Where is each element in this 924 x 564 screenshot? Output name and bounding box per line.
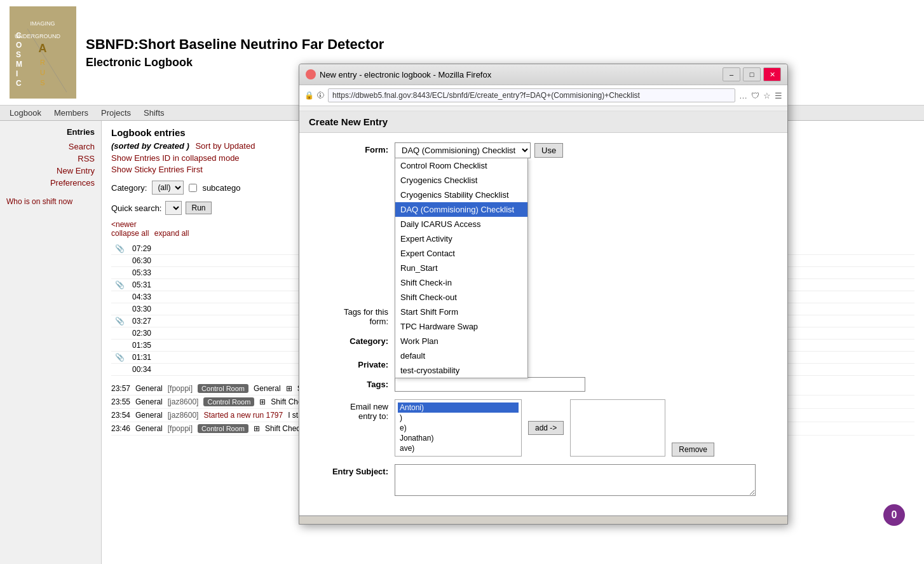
sidebar-section-title: Entries (6, 127, 95, 137)
sort-by-updated-link[interactable]: Sort by Updated (195, 141, 255, 151)
dropdown-item-test-cryo[interactable]: test-cryostability (395, 363, 527, 378)
dropdown-item-daq[interactable]: DAQ (Commisioning) Checklist (395, 202, 527, 217)
browser-title-text: New entry - electronic logbook - Mozilla… (306, 69, 491, 79)
addr-icons: 🔒 🛈 (304, 91, 324, 100)
remove-button[interactable]: Remove (672, 443, 714, 457)
dropdown-item-work-plan[interactable]: Work Plan (395, 334, 527, 348)
sidebar-rss[interactable]: RSS (6, 154, 95, 163)
entry-category-label-1: General (254, 384, 281, 393)
menu-dots[interactable]: … (739, 91, 747, 100)
entry-attach-3: 📎 (111, 279, 128, 291)
entry-subject-control (395, 464, 775, 498)
tags-form-row: Tags for thisform: Run Info ✕ DAQ (312, 305, 775, 326)
add-button[interactable]: add -> (528, 421, 564, 435)
expand-all-link[interactable]: expand all (154, 229, 189, 238)
sidebar-new-entry[interactable]: New Entry (6, 166, 95, 175)
entry-attach-10 (111, 364, 128, 376)
nav-members[interactable]: Members (54, 108, 88, 118)
email-section: Antoni) ) e) Jonathan) ave) add -> Remov… (395, 399, 775, 457)
svg-text:IMAGING: IMAGING (30, 20, 55, 27)
tags-form-label: Tags for thisform: (312, 305, 388, 326)
sort-label: (sorted by Created ) (111, 141, 189, 151)
private-label: Private: (312, 357, 388, 369)
dropdown-item-start-shift[interactable]: Start Shift Form (395, 305, 527, 319)
nav-logbook[interactable]: Logbook (10, 108, 41, 118)
entry-time-3: 23:54 (111, 411, 130, 420)
nav-shifts[interactable]: Shifts (144, 108, 165, 118)
dropdown-item-control-room[interactable]: Control Room Checklist (395, 158, 527, 173)
newer-link[interactable]: <newer (111, 220, 137, 229)
maximize-button[interactable]: □ (743, 67, 761, 81)
dropdown-item-daily-icarus[interactable]: Daily ICARUS Access (395, 217, 527, 231)
minimize-button[interactable]: – (723, 67, 740, 81)
email-item-1[interactable]: Antoni) (398, 402, 519, 413)
entry-time-2: 23:55 (111, 397, 130, 406)
dropdown-item-cryo-stability[interactable]: Cryogenics Stability Checklist (395, 188, 527, 202)
private-row: Private: authenticated users (312, 357, 775, 369)
entry-run-link[interactable]: Started a new run 1797 (203, 411, 283, 420)
email-selected-list (570, 399, 665, 457)
logo-image: IMAGING C O S M I C A R U S UNDERGROUND (10, 6, 76, 99)
sidebar-shift-link[interactable]: Who is on shift now (6, 197, 95, 206)
dropdown-item-expert-contact[interactable]: Expert Contact (395, 246, 527, 261)
sidebar: Entries Search RSS New Entry Preferences… (0, 121, 102, 564)
dropdown-item-shift-checkin[interactable]: Shift Check-in (395, 275, 527, 290)
form-control: DAQ (Commisioning) Checklist Control Roo… (395, 142, 775, 158)
dialog-header: Create New Entry (299, 111, 787, 133)
firefox-icon (306, 69, 316, 79)
entry-attach-5 (111, 303, 128, 315)
run-button[interactable]: Run (186, 202, 211, 214)
address-input[interactable] (328, 88, 735, 102)
hamburger-icon[interactable]: ☰ (775, 91, 782, 100)
nav-projects[interactable]: Projects (101, 108, 131, 118)
category-select[interactable]: (all) (152, 181, 184, 195)
dropdown-item-expert-activity[interactable]: Expert Activity (395, 231, 527, 246)
entry-attach-2 (111, 267, 128, 279)
quick-search-select[interactable] (165, 201, 182, 215)
svg-text:S: S (40, 79, 44, 86)
subcategory-checkbox[interactable] (189, 184, 197, 192)
use-button[interactable]: Use (534, 143, 563, 158)
svg-text:U: U (40, 69, 45, 76)
sidebar-preferences[interactable]: Preferences (6, 178, 95, 188)
email-item-2[interactable]: ) (398, 413, 519, 423)
entry-subject-row: Entry Subject: (312, 464, 775, 498)
browser-titlebar: New entry - electronic logbook - Mozilla… (299, 64, 787, 85)
form-select[interactable]: DAQ (Commisioning) Checklist (395, 142, 531, 158)
dropdown-list: Control Room Checklist Cryogenics Checkl… (395, 158, 528, 378)
svg-text:C: C (16, 79, 22, 88)
collapse-all-link[interactable]: collapse all (111, 229, 149, 238)
svg-text:M: M (16, 60, 22, 69)
dropdown-item-tpc[interactable]: TPC Hardware Swap (395, 319, 527, 334)
close-button[interactable]: ✕ (763, 67, 781, 81)
browser-content: Create New Entry Form: DAQ (Commisioning… (299, 106, 787, 524)
entry-subject-label: Entry Subject: (312, 464, 388, 476)
email-item-3[interactable]: e) (398, 423, 519, 433)
browser-bottom-bar (299, 515, 787, 524)
h-scrollbar[interactable] (299, 516, 787, 524)
email-list[interactable]: Antoni) ) e) Jonathan) ave) (395, 399, 522, 457)
form-row: Form: DAQ (Commisioning) Checklist Contr… (312, 142, 775, 158)
dropdown-item-shift-checkout[interactable]: Shift Check-out (395, 290, 527, 305)
entry-subject-input[interactable] (395, 464, 756, 496)
tags-input[interactable] (395, 377, 585, 392)
subcategory-label: subcatego (202, 183, 240, 193)
tags-row-field: Tags: (312, 377, 775, 392)
form-select-container: DAQ (Commisioning) Checklist Control Roo… (395, 142, 531, 158)
addr-extra: … 🛡 ☆ ☰ (739, 91, 782, 100)
dropdown-item-default[interactable]: default (395, 348, 527, 363)
sidebar-search[interactable]: Search (6, 142, 95, 151)
bookmark-icon[interactable]: ☆ (763, 91, 771, 100)
category-row: Category: (required) (312, 334, 775, 350)
entry-icon-1: ⊞ (286, 384, 292, 393)
email-item-5[interactable]: ave) (398, 443, 519, 453)
page-title: SBNFD:Short Baseline Neutrino Far Detect… (86, 36, 384, 53)
entry-attach-8 (111, 340, 128, 352)
email-item-4[interactable]: Jonathan) (398, 433, 519, 443)
entry-icon-4: ⊞ (254, 424, 260, 433)
dropdown-item-cryo[interactable]: Cryogenics Checklist (395, 173, 527, 188)
logo: IMAGING C O S M I C A R U S UNDERGROUND (10, 6, 76, 99)
browser-title: New entry - electronic logbook - Mozilla… (320, 70, 491, 79)
dropdown-item-run-start[interactable]: Run_Start (395, 261, 527, 275)
email-row: Email newentry to: Antoni) ) e) Jonathan… (312, 399, 775, 457)
